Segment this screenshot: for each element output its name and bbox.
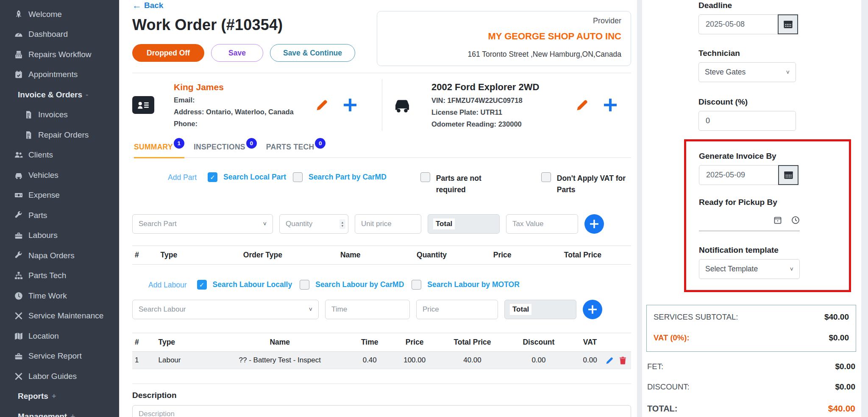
- car-icon: [392, 97, 412, 113]
- generate-invoice-calendar-button[interactable]: [778, 165, 798, 185]
- vehicle-actions: [576, 99, 617, 111]
- search-labour-carmd-checkbox[interactable]: [300, 280, 309, 290]
- vat-value: $0.00: [829, 333, 849, 342]
- sidebar-item-time-work[interactable]: Time Work: [0, 286, 119, 306]
- sidebar-item-service-report[interactable]: Service Report: [0, 346, 119, 367]
- sidebar-item-dashboard[interactable]: Dashboard: [0, 25, 119, 45]
- sidebar-item-expense[interactable]: Expense: [0, 185, 119, 206]
- spinner-arrows-icon[interactable]: ▴▾: [339, 219, 345, 229]
- sidebar-item-napa-orders[interactable]: Napa Orders: [0, 246, 119, 266]
- add-part-link[interactable]: Add Part: [168, 172, 197, 182]
- labour-entry-row: Search Labour˅ Total: [132, 300, 631, 319]
- search-labour-select[interactable]: Search Labour˅: [132, 300, 319, 319]
- status-button[interactable]: Dropped Off: [132, 44, 204, 62]
- sidebar-item-parts[interactable]: Parts: [0, 205, 119, 226]
- sidebar-item-vehicles[interactable]: Vehicles: [0, 165, 119, 185]
- labour-row-name: ?? - Battery Test - Inspect: [211, 352, 348, 369]
- sidebar-item-label: Appointments: [28, 70, 78, 79]
- sidebar-item-welcome[interactable]: Welcome: [0, 4, 119, 25]
- price-input[interactable]: [416, 300, 498, 319]
- add-labour-link[interactable]: Add Labour: [148, 280, 187, 290]
- col-actions: [609, 333, 631, 352]
- page-scrollbar[interactable]: [861, 0, 868, 417]
- sidebar-item-service-maintenance[interactable]: Service Maintenance: [0, 306, 119, 326]
- sidebar-item-location[interactable]: Location: [0, 326, 119, 346]
- no-vat-parts-checkbox[interactable]: [541, 172, 551, 182]
- labour-controls: Add Labour ✓ Search Labour Locally Searc…: [132, 280, 631, 290]
- add-customer-icon[interactable]: [344, 99, 356, 111]
- fet-label: FET:: [647, 362, 663, 371]
- col-order-type: Order Type: [218, 246, 308, 265]
- users-icon: [14, 151, 23, 159]
- sidebar-item-label: Repair Orders: [38, 130, 89, 140]
- content-scrollbar[interactable]: [637, 0, 642, 417]
- save-continue-button[interactable]: Save & Continue: [270, 44, 355, 62]
- search-part-select[interactable]: Search Part˅: [132, 214, 273, 234]
- sidebar-item-repair-orders[interactable]: $Repair Orders: [0, 125, 119, 145]
- search-local-part-option: ✓ Search Local Part: [208, 172, 286, 182]
- tools-icon: [14, 372, 23, 381]
- pickup-datetime-input[interactable]: [699, 212, 800, 231]
- tab-parts-tech[interactable]: PARTS TECH0: [266, 143, 326, 157]
- invoice-icon: $: [24, 131, 33, 139]
- search-labour-locally-checkbox[interactable]: ✓: [197, 280, 207, 290]
- sidebar-item-repairs-workflow[interactable]: Repairs Workflow: [0, 44, 119, 65]
- delete-labour-icon[interactable]: [619, 356, 627, 365]
- search-labour-motor-option: Search Labour by MOTOR: [412, 280, 520, 290]
- parts-not-required-option: Parts are not required: [420, 172, 501, 196]
- sidebar-item-label: Napa Orders: [28, 251, 75, 260]
- discount-input[interactable]: [698, 111, 796, 131]
- time-input[interactable]: [325, 300, 410, 319]
- edit-labour-icon[interactable]: [606, 356, 614, 365]
- sidebar-section-invoice-orders[interactable]: Invoice & Orders-: [0, 85, 119, 105]
- total-row: TOTAL: $40.00: [646, 403, 856, 414]
- sidebar-item-label: Parts Tech: [28, 271, 66, 280]
- add-vehicle-icon[interactable]: [604, 99, 617, 111]
- sidebar-item-parts-tech[interactable]: Parts Tech: [0, 266, 119, 286]
- search-part-carmd-checkbox[interactable]: [293, 172, 303, 182]
- sidebar-item-appointments[interactable]: Appointments: [0, 65, 119, 85]
- clock-outline-icon[interactable]: [791, 216, 800, 224]
- search-labour-motor-checkbox[interactable]: [412, 280, 421, 290]
- deadline-calendar-button[interactable]: [778, 14, 798, 34]
- add-labour-row-button[interactable]: [583, 300, 602, 319]
- sidebar-item-invoices[interactable]: $Invoices: [0, 105, 119, 125]
- calendar-outline-icon[interactable]: [773, 216, 782, 224]
- unit-price-input[interactable]: [355, 214, 421, 234]
- technician-select[interactable]: Steve Gates˅: [698, 62, 796, 82]
- sidebar-section-reports[interactable]: Reports+: [0, 387, 119, 407]
- generate-invoice-input[interactable]: [699, 165, 779, 185]
- save-button[interactable]: Save: [211, 44, 263, 62]
- svg-text:$: $: [27, 135, 29, 139]
- spinner-down-icon[interactable]: ▾: [342, 224, 343, 228]
- customer-name: King James: [174, 82, 294, 92]
- tab-inspections[interactable]: INSPECTIONS0: [194, 143, 257, 157]
- provider-card: Provider MY GEORGE SHOP AUTO INC 161 Tor…: [377, 11, 631, 66]
- wrench-icon: [14, 211, 23, 220]
- back-link[interactable]: ←Back: [132, 1, 163, 10]
- tax-value-input[interactable]: [506, 214, 578, 234]
- notification-template-select[interactable]: Select Template˅: [699, 259, 800, 279]
- search-local-part-checkbox[interactable]: ✓: [208, 172, 217, 182]
- labour-row-actions: [609, 352, 631, 369]
- sidebar-item-label: Parts: [28, 211, 47, 220]
- edit-vehicle-icon[interactable]: [576, 99, 589, 111]
- calendar-check-icon: [14, 70, 23, 79]
- order-settings-panel: Deadline Technician Steve Gates˅ Discoun…: [642, 0, 861, 417]
- sidebar-item-labor-guides[interactable]: Labor Guides: [0, 366, 119, 387]
- description-textarea[interactable]: [132, 405, 631, 417]
- add-part-row-button[interactable]: [584, 214, 604, 234]
- search-labour-motor-label: Search Labour by MOTOR: [427, 280, 520, 289]
- deadline-input[interactable]: [698, 14, 778, 34]
- customer-actions: [316, 99, 356, 111]
- sidebar-section-label: Management: [18, 412, 67, 417]
- parts-not-required-checkbox[interactable]: [420, 172, 430, 182]
- tab-summary[interactable]: SUMMARY1: [134, 143, 184, 158]
- sidebar-section-management[interactable]: Management+: [0, 406, 119, 417]
- sidebar-item-clients[interactable]: Clients: [0, 145, 119, 166]
- edit-customer-icon[interactable]: [316, 99, 328, 111]
- sidebar-item-labours[interactable]: Labours: [0, 226, 119, 246]
- id-card-icon: [132, 96, 154, 114]
- quantity-input[interactable]: [279, 214, 348, 234]
- chevron-down-icon: ˅: [790, 266, 793, 273]
